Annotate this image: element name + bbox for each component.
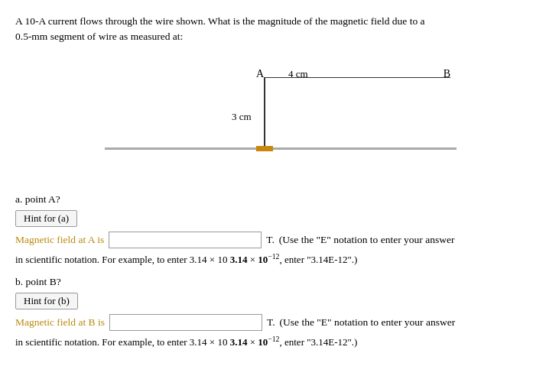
- part-b-use-e-note: (Use the "E" notation to enter your answ…: [280, 316, 456, 329]
- label-b: B: [444, 68, 450, 80]
- part-a-unit: T.: [266, 234, 275, 246]
- diagram: 4 cm A B 3 cm: [82, 56, 464, 186]
- vertical-line: [264, 77, 265, 148]
- part-b-input[interactable]: [109, 314, 262, 331]
- part-a-input[interactable]: [109, 232, 262, 248]
- label-a: A: [256, 68, 264, 80]
- part-a-label: a. point A?: [15, 193, 531, 206]
- question-text: A 10-A current flows through the wire sh…: [15, 14, 531, 45]
- parts-section: a. point A? Hint for (a) Magnetic field …: [15, 193, 531, 351]
- wire-segment: [256, 146, 273, 151]
- part-a-field-label: Magnetic field at A is: [15, 234, 104, 246]
- part-b-field-label: Magnetic field at B is: [15, 316, 105, 329]
- wire-line: [105, 147, 457, 150]
- part-b-label: b. point B?: [15, 276, 531, 288]
- part-a-use-e-note: (Use the "E" notation to enter your answ…: [279, 234, 455, 246]
- part-a-note: in scientific notation. For example, to …: [15, 251, 531, 267]
- label-3cm: 3 cm: [232, 111, 252, 123]
- label-4cm: 4 cm: [288, 68, 308, 80]
- part-b-field-row: Magnetic field at B is T. (Use the "E" n…: [15, 314, 531, 331]
- part-a-field-row: Magnetic field at A is T. (Use the "E" n…: [15, 232, 531, 248]
- hint-a-button[interactable]: Hint for (a): [15, 210, 77, 227]
- hint-b-button[interactable]: Hint for (b): [15, 293, 78, 309]
- part-b-unit: T.: [267, 316, 275, 329]
- part-b-note: in scientific notation. For example, to …: [15, 334, 531, 350]
